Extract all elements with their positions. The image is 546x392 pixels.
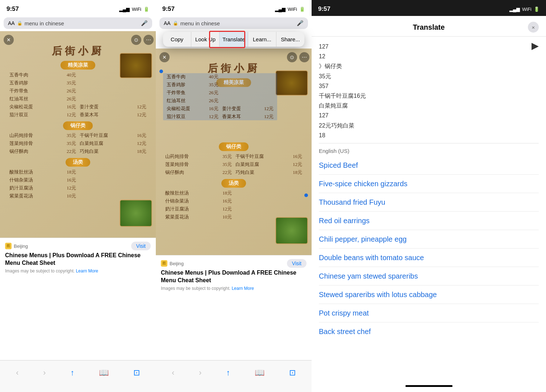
scan-icon-2[interactable]: ⊙ [287,52,297,62]
close-icon-2[interactable]: ✕ [159,52,170,62]
translate-item-2[interactable]: Five-spice chicken gizzards [319,175,539,193]
browser-content-2: ✕ ⊙ ⋯ 后街小厨 精美凉菜 五香牛肉 40元 五香鸡胗 35元 [156,49,312,360]
source-name-1: Beijing [14,243,28,249]
time-2: 9:57 [162,5,175,13]
translate-item-1[interactable]: Spiced Beef [319,156,539,175]
share-button-2[interactable]: ↑ [222,366,234,380]
time-1: 9:57 [7,5,19,13]
result-note-2: Images may be subject to copyright. Lear… [161,286,307,291]
play-audio-button[interactable]: ▶ [532,40,539,51]
raw-line: 》锅仔类 [319,61,539,71]
food-image-2b [275,217,308,244]
food-image-2 [120,200,152,227]
raw-line: 22元巧炖白菜 [319,121,539,130]
favicon-2: 图 [161,260,167,267]
address-bar-1[interactable]: AA 🔒 menu in chinese 🎤 [4,17,152,29]
bottom-nav-1: ‹ › ↑ 📖 ⊡ [0,360,156,392]
panel-3: 9:57 ▂▄▆ WiFi 🔋 Translate × ▶ 127 12 》锅仔… [312,0,546,392]
translate-button[interactable]: Translate [220,32,248,47]
wifi-icon-2: WiFi [288,7,297,12]
selection-dot-bottom [304,193,308,197]
wifi-icon-1: WiFi [132,7,141,12]
raw-line: 35元 [319,71,539,81]
translate-language-label: English (US) [319,148,539,154]
result-note-1: Images may be subject to copyright. Lear… [5,268,151,274]
raw-line: 白菜炖豆腐 [319,101,539,110]
favicon-1: 图 [5,243,12,249]
translate-item-6[interactable]: Double beans with tomato sauce [319,249,539,267]
learn-more-link-1[interactable]: Learn More [76,268,98,274]
more-icon-1[interactable]: ⋯ [143,35,154,45]
mic-icon-2[interactable]: 🎤 [297,20,304,26]
close-icon-1[interactable]: ✕ [4,35,14,45]
status-bar-3: 9:57 ▂▄▆ WiFi 🔋 [312,0,546,16]
result-source-2: 图 Beijing Visit [161,259,307,268]
raw-line: 12 [319,51,539,61]
translate-item-8[interactable]: Stewed spareribs with lotus cabbage [319,285,539,304]
share-context-button[interactable]: Share... [276,32,304,47]
aa-button-1[interactable]: AA [8,20,15,26]
wifi-icon-3: WiFi [522,7,532,12]
menu-image-1: ✕ ⊙ ⋯ 后街小厨 精美凉菜 五香牛肉 40元 五香鸡胗 35元 [0,31,156,238]
selection-dot-top [159,70,163,73]
raw-line: 127 [319,110,539,120]
search-result-1: 图 Beijing Visit Chinese Menus | Plus Dow… [0,238,156,278]
learn-button[interactable]: Learn... [248,32,276,47]
raw-line: 127 [319,42,539,51]
translate-body[interactable]: ▶ 127 12 》锅仔类 35元 357 千锅千叶豆腐16元 白菜炖豆腐 12… [312,37,546,380]
address-bar-2[interactable]: AA 🔒 menu in chinese 🎤 [159,17,308,29]
food-image-1 [120,53,152,78]
tabs-button-1[interactable]: ⊡ [130,366,143,380]
translate-item-7[interactable]: Chinese yam stewed spareribs [319,267,539,285]
home-bar-3 [405,385,453,387]
signal-icon-1: ▂▄▆ [119,7,130,12]
result-title-1: Chinese Menus | Plus Download A FREE Chi… [5,252,151,267]
bookmarks-button-1[interactable]: 📖 [95,366,112,380]
translate-item-3[interactable]: Thousand fried Fuyu [319,193,539,212]
scan-icon-1[interactable]: ⊙ [131,35,141,45]
forward-button-2[interactable]: › [195,366,205,380]
mic-icon-1[interactable]: 🎤 [141,20,148,26]
menu-image-2: ✕ ⊙ ⋯ 后街小厨 精美凉菜 五香牛肉 40元 五香鸡胗 35元 [156,49,312,255]
panel-2: 9:57 ▂▄▆ WiFi 🔋 AA 🔒 menu in chinese 🎤 C… [156,0,312,392]
battery-icon-2: 🔋 [299,7,305,12]
browser-content-1: ✕ ⊙ ⋯ 后街小厨 精美凉菜 五香牛肉 40元 五香鸡胗 35元 [0,31,156,360]
translate-item-10[interactable]: Back street chef [319,322,539,341]
source-name-2: Beijing [170,261,184,266]
translate-title: Translate [330,23,528,32]
battery-icon-1: 🔋 [143,7,149,12]
translate-item-5[interactable]: Chili pepper, pineapple egg [319,230,539,249]
more-icon-2[interactable]: ⋯ [299,52,309,62]
translate-item-9[interactable]: Pot crispy meat [319,304,539,322]
back-button-2[interactable]: ‹ [168,366,178,380]
search-input-1[interactable]: menu in chinese [25,20,139,26]
raw-line: 18 [319,130,539,140]
result-title-2: Chinese Menus | Plus Download A FREE Chi… [161,269,307,284]
visit-button-2[interactable]: Visit [287,259,307,268]
share-button-1[interactable]: ↑ [67,366,78,380]
raw-line: 357 [319,81,539,91]
translate-item-4[interactable]: Red oil earrings [319,212,539,230]
battery-icon-3: 🔋 [534,7,539,12]
lookup-button[interactable]: Look Up [191,32,220,47]
translate-header: Translate × [312,16,546,37]
back-button-1[interactable]: ‹ [12,366,22,380]
translate-raw-text: ▶ 127 12 》锅仔类 35元 357 千锅千叶豆腐16元 白菜炖豆腐 12… [319,42,539,140]
bookmarks-button-2[interactable]: 📖 [251,366,268,380]
status-icons-2: ▂▄▆ WiFi 🔋 [275,7,305,12]
result-source-1: 图 Beijing Visit [5,242,151,250]
learn-more-link-2[interactable]: Learn More [232,286,254,291]
visit-button-1[interactable]: Visit [131,242,151,250]
search-input-2[interactable]: menu in chinese [180,20,295,26]
translate-close-button[interactable]: × [528,22,539,33]
signal-icon-3: ▂▄▆ [509,7,520,12]
panel-1: 9:57 ▂▄▆ WiFi 🔋 AA 🔒 menu in chinese 🎤 ✕… [0,0,156,392]
tabs-button-2[interactable]: ⊡ [285,366,299,380]
bottom-nav-2: ‹ › ↑ 📖 ⊡ [156,360,312,392]
copy-button[interactable]: Copy [163,32,191,47]
forward-button-1[interactable]: › [39,366,49,380]
aa-button-2[interactable]: AA [164,20,171,26]
status-icons-3: ▂▄▆ WiFi 🔋 [509,7,539,12]
status-icons-1: ▂▄▆ WiFi 🔋 [119,7,149,12]
search-result-2: 图 Beijing Visit Chinese Menus | Plus Dow… [156,255,312,295]
